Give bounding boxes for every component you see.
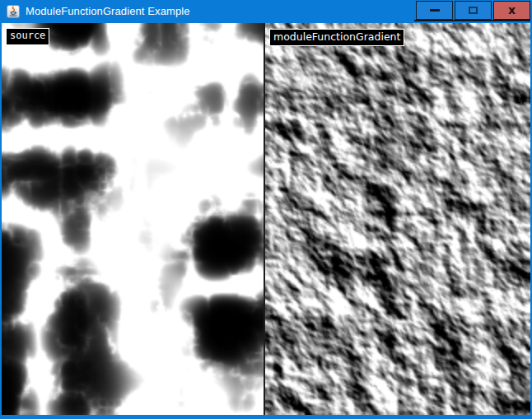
minimize-button[interactable] — [416, 1, 453, 20]
maximize-icon — [469, 7, 478, 14]
app-window: ModuleFunctionGradient Example x source … — [0, 0, 532, 419]
close-button[interactable]: x — [493, 1, 530, 20]
module-function-gradient-panel: moduleFunctionGradient — [265, 23, 530, 415]
minimize-icon — [430, 9, 440, 12]
source-noise-image — [2, 23, 264, 415]
java-coffee-cup-icon — [7, 5, 20, 18]
window-controls: x — [414, 1, 530, 21]
close-icon: x — [508, 4, 516, 16]
maximize-button[interactable] — [455, 1, 492, 20]
source-label: source — [6, 28, 49, 45]
module-function-gradient-label: moduleFunctionGradient — [269, 29, 404, 46]
source-panel: source — [2, 23, 264, 415]
content-area: source moduleFunctionGradient — [0, 23, 532, 419]
window-title: ModuleFunctionGradient Example — [26, 0, 190, 24]
title-bar[interactable]: ModuleFunctionGradient Example x — [0, 0, 532, 23]
module-function-gradient-image — [265, 23, 530, 415]
